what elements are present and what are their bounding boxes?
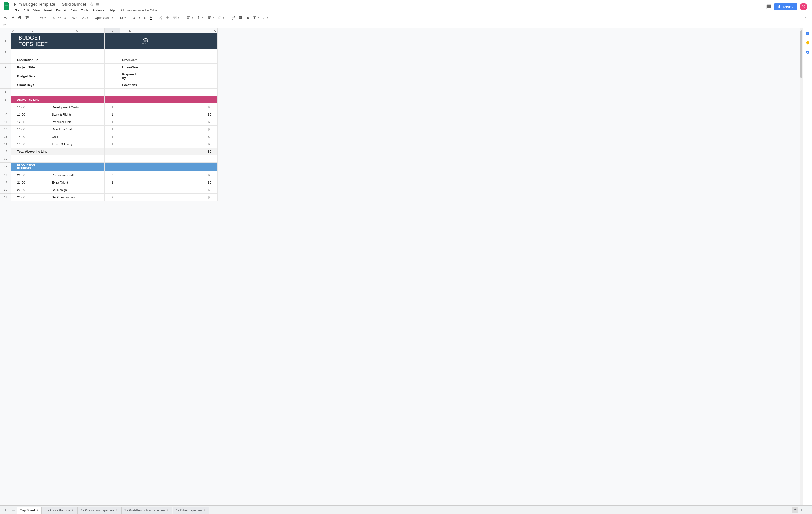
menu-view[interactable]: View (31, 8, 42, 13)
budget-title[interactable]: BUDGET TOPSHEET (15, 33, 50, 49)
cell[interactable] (105, 33, 120, 49)
sheet-tab[interactable]: 1 - Above the Line▼ (42, 507, 77, 514)
horizontal-align-button[interactable]: ▼ (185, 14, 195, 21)
menu-bar: File Edit View Insert Format Data Tools … (12, 8, 766, 13)
text-rotation-button[interactable]: ▼ (216, 14, 227, 21)
svg-rect-7 (173, 18, 174, 19)
bold-button[interactable]: B (131, 14, 137, 21)
row-header[interactable]: 2 (0, 49, 11, 56)
calendar-icon[interactable]: 31 (805, 31, 810, 35)
fx-label: fx (0, 22, 9, 28)
sheet-nav-right[interactable]: › (804, 508, 810, 512)
scrollbar-thumb[interactable] (800, 30, 803, 78)
font-select[interactable]: Open Sans▼ (93, 14, 115, 21)
col-header-g[interactable]: G (213, 28, 217, 33)
menu-file[interactable]: File (12, 8, 21, 13)
formula-bar: fx (0, 22, 812, 28)
italic-button[interactable]: I (137, 14, 142, 21)
vertical-align-button[interactable]: ▼ (195, 14, 206, 21)
col-header-b[interactable]: B (15, 28, 50, 33)
borders-button[interactable] (164, 14, 171, 21)
title-area: Film Budget Template — StudioBinder File… (12, 1, 766, 13)
sheet-tab[interactable]: 4 - Other Expenses▼ (173, 507, 209, 514)
row-header[interactable]: 1 (0, 33, 11, 49)
add-sheet-button[interactable] (2, 507, 9, 513)
docs-header: Film Budget Template — StudioBinder File… (0, 0, 812, 13)
paint-format-button[interactable] (23, 14, 30, 21)
cell[interactable] (213, 33, 217, 49)
menu-tools[interactable]: Tools (79, 8, 90, 13)
sheet-tab[interactable]: 3 - Post-Production Expenses▼ (121, 507, 172, 514)
menu-edit[interactable]: Edit (22, 8, 31, 13)
link-button[interactable] (230, 14, 237, 21)
redo-button[interactable] (9, 14, 16, 21)
vertical-scrollbar[interactable] (800, 28, 803, 506)
menu-format[interactable]: Format (54, 8, 68, 13)
document-title[interactable]: Film Budget Template — StudioBinder (12, 1, 88, 7)
collapse-toolbar-icon[interactable] (801, 14, 810, 21)
svg-rect-11 (247, 17, 248, 19)
svg-rect-8 (175, 18, 176, 19)
svg-text:31: 31 (807, 33, 809, 34)
chart-button[interactable] (244, 14, 251, 21)
tasks-icon[interactable] (805, 50, 810, 55)
speech-icon[interactable] (140, 33, 213, 49)
toolbar: 100%▼ $ % .0← .00→ 123▼ Open Sans▼ 13▼ B… (0, 13, 812, 22)
select-all-cell[interactable] (0, 28, 11, 33)
spreadsheet-grid[interactable]: A B C D E F G 1 BUDGET TOPSHEET (0, 28, 803, 506)
col-header-d[interactable]: D (105, 28, 120, 33)
header-right: SHARE (766, 1, 810, 10)
filter-button[interactable]: ▼ (251, 14, 262, 21)
menu-insert[interactable]: Insert (42, 8, 54, 13)
sheet-tab-active[interactable]: Top Sheet▼ (17, 507, 42, 514)
save-status[interactable]: All changes saved in Drive (121, 8, 157, 12)
functions-button[interactable]: Σ▼ (262, 14, 270, 21)
col-header-a[interactable]: A (11, 28, 15, 33)
svg-rect-0 (779, 6, 780, 8)
formula-input[interactable] (9, 22, 812, 28)
sheet-nav-left[interactable]: ‹ (799, 508, 804, 512)
cell[interactable] (11, 33, 15, 49)
menu-data[interactable]: Data (68, 8, 79, 13)
menu-addons[interactable]: Add-ons (91, 8, 106, 13)
text-color-button[interactable]: A (148, 14, 154, 21)
percent-button[interactable]: % (56, 14, 63, 21)
keep-icon[interactable] (805, 40, 810, 45)
folder-icon[interactable] (95, 2, 99, 6)
merge-cells-button[interactable]: ▼ (171, 14, 181, 21)
strikethrough-button[interactable]: S (142, 14, 148, 21)
number-format-select[interactable]: 123▼ (79, 14, 90, 21)
font-size-select[interactable]: 13▼ (118, 14, 128, 21)
undo-button[interactable] (2, 14, 9, 21)
svg-rect-10 (246, 18, 247, 19)
print-button[interactable] (16, 14, 23, 21)
comments-icon[interactable] (766, 4, 772, 9)
currency-button[interactable]: $ (51, 14, 56, 21)
comment-button[interactable] (237, 14, 244, 21)
explore-button[interactable] (792, 507, 799, 513)
share-button[interactable]: SHARE (774, 3, 797, 10)
svg-rect-6 (173, 17, 176, 18)
sheets-menu-button[interactable] (9, 507, 17, 513)
star-icon[interactable] (90, 2, 94, 6)
sheet-tab[interactable]: 2 - Production Expenses▼ (78, 507, 121, 514)
col-header-e[interactable]: E (120, 28, 140, 33)
cell[interactable] (120, 33, 140, 49)
side-panel: 31 (803, 28, 812, 506)
col-header-c[interactable]: C (50, 28, 105, 33)
text-wrap-button[interactable]: ▼ (206, 14, 216, 21)
svg-point-18 (806, 51, 809, 54)
col-header-f[interactable]: F (140, 28, 213, 33)
decrease-decimal-button[interactable]: .0← (63, 14, 70, 21)
fill-color-button[interactable] (157, 14, 164, 21)
chat-bubble-icon[interactable] (800, 3, 807, 10)
sheet-tabs-bar: Top Sheet▼ 1 - Above the Line▼ 2 - Produ… (0, 506, 812, 514)
menu-help[interactable]: Help (107, 8, 117, 13)
increase-decimal-button[interactable]: .00→ (70, 14, 79, 21)
sheets-logo[interactable] (2, 1, 11, 11)
svg-rect-12 (248, 18, 249, 19)
zoom-select[interactable]: 100%▼ (34, 14, 48, 21)
share-label: SHARE (782, 5, 793, 8)
cell[interactable] (50, 33, 105, 49)
